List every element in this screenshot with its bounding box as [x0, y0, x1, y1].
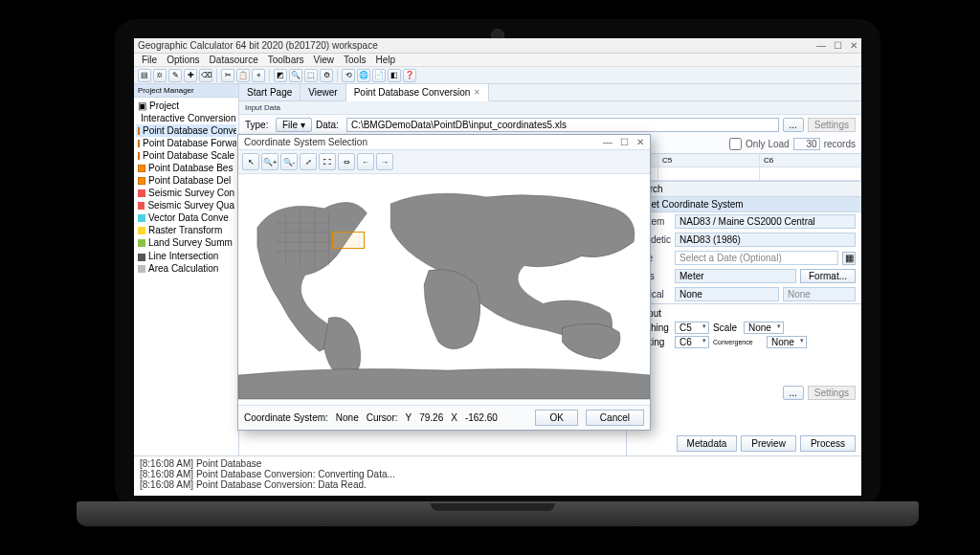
window-controls: — ☐ ✕	[816, 40, 858, 51]
convergence-select[interactable]: None	[767, 336, 807, 348]
preview-button[interactable]: Preview	[741, 435, 796, 452]
tree-root[interactable]: ▣ Project	[136, 100, 236, 112]
process-button[interactable]: Process	[800, 435, 856, 452]
tree-item[interactable]: Point Database Conversion	[136, 124, 236, 137]
toolbar-btn[interactable]: ⬚	[304, 69, 318, 82]
toolbar-btn[interactable]: ◧	[388, 69, 401, 82]
menu-tools[interactable]: Tools	[340, 55, 369, 65]
zoom-in-icon[interactable]: 🔍+	[261, 153, 278, 170]
system-input[interactable]: NAD83 / Maine CS2000 Central	[675, 214, 856, 229]
close-icon[interactable]: ✕	[474, 88, 480, 97]
minimize-button[interactable]: —	[816, 40, 826, 51]
dialog-close-button[interactable]: ✕	[636, 137, 644, 147]
tree-item[interactable]: Point Database Scale and Translate	[136, 149, 236, 162]
tree-item[interactable]: Seismic Survey Qua	[136, 199, 236, 211]
toolbar-btn[interactable]: ✚	[184, 69, 197, 82]
toolbar-btn[interactable]: ✂	[221, 69, 234, 82]
tab-viewer[interactable]: Viewer	[301, 84, 345, 100]
tab-point-db-conversion[interactable]: Point Database Conversion✕	[346, 84, 490, 101]
tree-item-label: Vector Data Conve	[148, 212, 229, 223]
tab-start-page[interactable]: Start Page	[239, 84, 301, 100]
type-dropdown[interactable]: File ▾	[276, 118, 312, 132]
tree-item[interactable]: Seismic Survey Con	[136, 187, 236, 199]
toolbar-btn[interactable]: ⛭	[153, 69, 167, 82]
toolbar-btn[interactable]: ⚙	[320, 69, 333, 82]
pan-icon[interactable]: ⇔	[338, 153, 355, 170]
toolbar-btn[interactable]: ⌖	[252, 69, 265, 82]
toolbar-btn[interactable]: 📋	[236, 69, 250, 82]
tree-item[interactable]: Vector Data Conve	[136, 211, 236, 224]
toolbar-btn[interactable]: ✎	[168, 69, 182, 82]
world-map[interactable]	[238, 174, 650, 405]
laptop-frame: Geographic Calculator 64 bit 2020 (b2017…	[115, 19, 880, 507]
close-button[interactable]: ✕	[850, 40, 858, 51]
cancel-button[interactable]: Cancel	[586, 410, 644, 426]
geodetic-input[interactable]: NAD83 (1986)	[675, 233, 856, 247]
menu-toolbars[interactable]: Toolbars	[264, 55, 308, 65]
tree-item[interactable]: Interactive Conversion	[136, 112, 236, 124]
toolbar-btn[interactable]: ◩	[274, 69, 287, 82]
vertical-input[interactable]: None	[675, 287, 779, 301]
scale-select[interactable]: None	[744, 322, 784, 334]
toolbar-btn[interactable]: ❓	[403, 69, 416, 82]
menu-view[interactable]: View	[310, 55, 339, 65]
col-c6[interactable]: C6	[760, 154, 861, 167]
fullscreen-icon[interactable]: ⛶	[319, 153, 336, 170]
tree-item[interactable]: Point Database Forward Inverse	[136, 137, 236, 149]
format-button[interactable]: Format...	[800, 269, 856, 283]
tree-item-label: Point Database Scale and Translate	[143, 150, 236, 161]
units-input[interactable]: Meter	[675, 269, 796, 283]
zoom-fit-icon[interactable]: ⤢	[300, 153, 317, 170]
toolbar-btn[interactable]: 📄	[372, 69, 386, 82]
tree-item[interactable]: Point Database Bes	[136, 162, 236, 174]
input-settings-button[interactable]: Settings	[808, 118, 856, 132]
log-line: [8:16:08 AM] Point Database Conversion: …	[140, 479, 856, 490]
tree-item[interactable]: Area Calculation	[136, 262, 236, 275]
tree-item[interactable]: Point Database Del	[136, 174, 236, 187]
toolbar-btn[interactable]: ⌫	[199, 69, 212, 82]
cell[interactable]	[760, 167, 861, 181]
search-tab[interactable]: Search	[627, 182, 861, 197]
calendar-icon[interactable]: ▦	[842, 252, 856, 265]
menu-help[interactable]: Help	[371, 55, 399, 65]
browse-button[interactable]: ...	[783, 118, 804, 132]
data-path-input[interactable]: C:\BMGDemoData\PointDB\input_coordinates…	[346, 118, 779, 132]
records-input[interactable]: 30	[793, 138, 820, 150]
cell[interactable]	[658, 167, 760, 181]
selection-rectangle[interactable]	[332, 232, 365, 249]
dialog-titlebar[interactable]: Coordinate System Selection — ☐ ✕	[238, 135, 650, 150]
menu-options[interactable]: Options	[163, 55, 203, 65]
vertical-aux-input[interactable]: None	[783, 287, 856, 301]
toolbar-btn[interactable]: ⟲	[342, 69, 355, 82]
tree-item-label: Point Database Forward Inverse	[143, 138, 236, 148]
easting-select[interactable]: C6	[675, 336, 709, 348]
northing-select[interactable]: C5	[675, 322, 709, 334]
scale-label: Scale	[713, 322, 740, 333]
toolbar-btn[interactable]: ▤	[138, 69, 151, 82]
prev-icon[interactable]: ←	[357, 153, 374, 170]
dialog-minimize-button[interactable]: —	[603, 137, 612, 147]
tree-item[interactable]: Raster Transform	[136, 224, 236, 236]
tree-item[interactable]: Land Survey Summ	[136, 236, 236, 249]
tree-item-icon	[138, 202, 145, 210]
zoom-out-icon[interactable]: 🔍-	[280, 153, 298, 170]
date-input[interactable]: Select a Date (Optional)	[675, 251, 838, 265]
metadata-button[interactable]: Metadata	[677, 435, 738, 452]
target-cs-panel: Search Target Coordinate System SystemNA…	[626, 182, 861, 455]
toolbar-btn[interactable]: 🔍	[289, 69, 302, 82]
toolbar-btn[interactable]: 🌐	[357, 69, 370, 82]
menu-datasource[interactable]: Datasource	[206, 55, 262, 65]
output-settings-button[interactable]: Settings	[808, 386, 856, 400]
col-c5[interactable]: C5	[658, 154, 760, 167]
cursor-x-label: X	[451, 412, 457, 423]
maximize-button[interactable]: ☐	[834, 40, 842, 51]
next-icon[interactable]: →	[376, 153, 393, 170]
tree-item-label: Point Database Bes	[148, 163, 233, 173]
ok-button[interactable]: OK	[535, 410, 577, 426]
only-load-checkbox[interactable]	[729, 138, 742, 150]
expand-button[interactable]: ...	[783, 386, 804, 400]
pointer-icon[interactable]: ↖	[242, 153, 259, 170]
tree-item[interactable]: Line Intersection	[136, 249, 236, 262]
dialog-maximize-button[interactable]: ☐	[620, 137, 629, 147]
menu-file[interactable]: File	[138, 55, 161, 65]
